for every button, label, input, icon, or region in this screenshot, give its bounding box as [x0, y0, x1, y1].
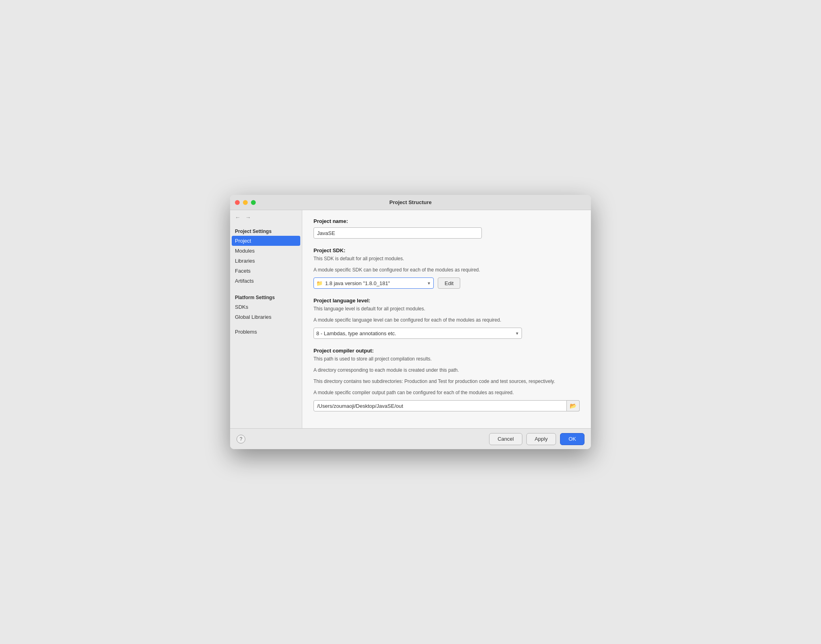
- cancel-button[interactable]: Cancel: [489, 433, 522, 445]
- sidebar-item-global-libraries[interactable]: Global Libraries: [230, 312, 302, 322]
- forward-button[interactable]: →: [244, 213, 253, 221]
- sdk-row: 📁 1.8 java version "1.8.0_181" ▼ Edit: [313, 277, 580, 289]
- apply-button[interactable]: Apply: [526, 433, 556, 445]
- sidebar-item-artifacts[interactable]: Artifacts: [230, 276, 302, 286]
- edit-button[interactable]: Edit: [438, 277, 460, 289]
- output-desc3: This directory contains two subdirectori…: [313, 378, 580, 385]
- lang-dropdown[interactable]: 8 - Lambdas, type annotations etc. ▼: [313, 328, 522, 339]
- chevron-down-icon: ▼: [427, 281, 431, 286]
- footer-buttons: Cancel Apply OK: [489, 433, 584, 445]
- main-panel: Project name: Project SDK: This SDK is d…: [302, 210, 591, 428]
- sdk-section: Project SDK: This SDK is default for all…: [313, 247, 580, 289]
- maximize-button[interactable]: [251, 200, 256, 205]
- sidebar-item-sdks[interactable]: SDKs: [230, 302, 302, 312]
- window-controls: [235, 200, 256, 205]
- project-settings-label: Project Settings: [230, 225, 302, 236]
- output-desc2: A directory corresponding to each module…: [313, 367, 580, 374]
- sidebar-item-libraries[interactable]: Libraries: [230, 256, 302, 266]
- project-name-label: Project name:: [313, 218, 580, 224]
- output-section: Project compiler output: This path is us…: [313, 348, 580, 411]
- output-desc1: This path is used to store all project c…: [313, 355, 580, 363]
- sidebar-item-facets[interactable]: Facets: [230, 266, 302, 276]
- project-name-input[interactable]: [313, 227, 482, 239]
- window-title: Project Structure: [389, 199, 431, 205]
- lang-title: Project language level:: [313, 298, 580, 304]
- nav-arrows: ← →: [230, 210, 302, 225]
- output-path-row: 📂: [313, 400, 580, 411]
- platform-settings-label: Platform Settings: [230, 291, 302, 302]
- content-area: ← → Project Settings Project Modules Lib…: [230, 210, 591, 428]
- back-button[interactable]: ←: [233, 213, 242, 221]
- footer: ? Cancel Apply OK: [230, 428, 591, 449]
- sidebar-item-problems[interactable]: Problems: [230, 327, 302, 337]
- output-desc4: A module specific compiler output path c…: [313, 389, 580, 396]
- sdk-dropdown[interactable]: 📁 1.8 java version "1.8.0_181" ▼: [313, 277, 434, 289]
- help-button[interactable]: ?: [237, 435, 245, 444]
- lang-value: 8 - Lambdas, type annotations etc.: [316, 330, 396, 336]
- sidebar-item-modules[interactable]: Modules: [230, 246, 302, 256]
- lang-desc1: This language level is default for all p…: [313, 305, 580, 312]
- output-path-input[interactable]: [313, 400, 567, 411]
- sdk-desc1: This SDK is default for all project modu…: [313, 255, 580, 262]
- titlebar: Project Structure: [230, 195, 591, 210]
- folder-open-icon: 📂: [570, 403, 576, 409]
- sidebar-item-project[interactable]: Project: [232, 236, 300, 246]
- browse-folder-button[interactable]: 📂: [567, 400, 580, 411]
- chevron-down-icon: ▼: [515, 331, 519, 336]
- sidebar: ← → Project Settings Project Modules Lib…: [230, 210, 302, 428]
- ok-button[interactable]: OK: [560, 433, 584, 445]
- project-structure-window: Project Structure ← → Project Settings P…: [230, 195, 591, 449]
- sdk-value: 1.8 java version "1.8.0_181": [325, 280, 390, 286]
- lang-desc2: A module specific language level can be …: [313, 316, 580, 324]
- sdk-desc2: A module specific SDK can be configured …: [313, 266, 580, 273]
- footer-left: ?: [237, 435, 245, 444]
- output-title: Project compiler output:: [313, 348, 580, 354]
- lang-section: Project language level: This language le…: [313, 298, 580, 339]
- minimize-button[interactable]: [243, 200, 248, 205]
- folder-icon: 📁: [316, 280, 323, 286]
- close-button[interactable]: [235, 200, 240, 205]
- project-name-section: Project name:: [313, 218, 580, 239]
- sdk-title: Project SDK:: [313, 247, 580, 253]
